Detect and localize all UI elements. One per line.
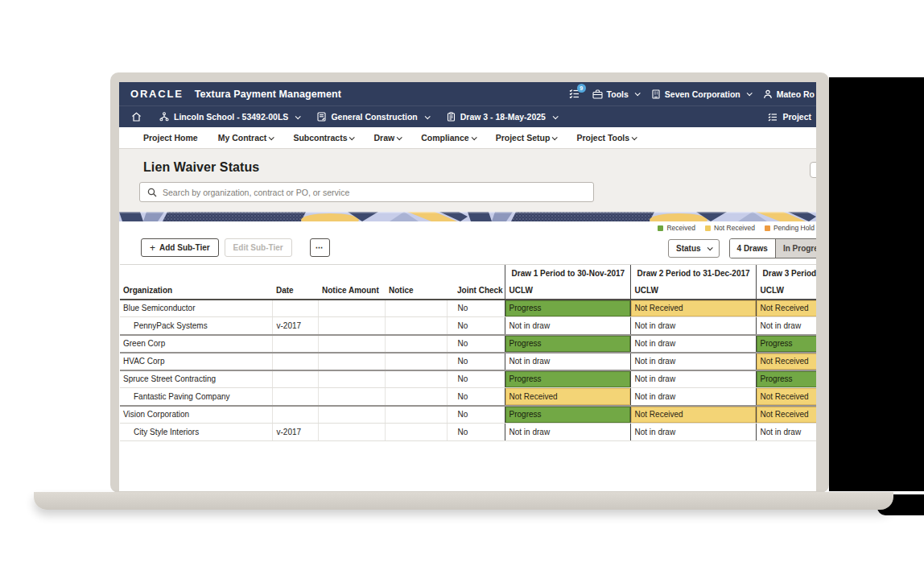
legend-label: Not Received [714, 224, 755, 232]
notice-cell [385, 317, 447, 335]
notice-cell [385, 406, 447, 424]
in-progress-draws-segment[interactable]: In Progress Draw [775, 239, 816, 258]
notice-cell [385, 370, 447, 388]
in-progress-label: In Progress Draw [783, 244, 816, 253]
chevron-down-icon [746, 90, 752, 96]
draw2-status-cell[interactable]: Not Received [630, 300, 756, 317]
uclw-column-header-1: UCLW [505, 283, 630, 300]
chevron-down-icon [552, 134, 558, 140]
notice-cell [385, 424, 447, 441]
user-label: Mateo Ro [777, 89, 815, 99]
date-cell [272, 300, 318, 317]
status-filter-button[interactable]: Status [668, 239, 720, 258]
draw1-status-cell[interactable]: Progress [505, 300, 630, 317]
search-input[interactable] [163, 188, 586, 197]
draw1-status-cell[interactable]: Progress [505, 335, 630, 353]
menu-label: Draw [373, 133, 394, 143]
draw-selector[interactable]: Draw 3 - 18-May-2025 [447, 112, 557, 122]
home-icon [131, 112, 142, 122]
briefcase-icon [592, 89, 603, 99]
add-sub-tier-button[interactable]: + Add Sub-Tier [141, 238, 219, 257]
project-panel-toggle[interactable]: Project [768, 112, 811, 122]
table-row: Vision CorporationNoProgressNot Received… [120, 406, 816, 424]
draw3-status-cell[interactable]: Not in draw [756, 424, 816, 441]
edit-sub-tier-label: Edit Sub-Tier [233, 243, 283, 252]
menu-draw[interactable]: Draw [373, 133, 401, 143]
notifications-button[interactable]: 9 [569, 89, 580, 99]
page-header-section: Lien Waiver Status [119, 149, 816, 212]
menu-subcontracts[interactable]: Subcontracts [293, 133, 353, 143]
tools-menu[interactable]: Tools [592, 89, 639, 99]
all-draws-segment[interactable]: 4 Draws [730, 239, 775, 258]
draw3-status-cell[interactable]: Not Received [756, 353, 816, 370]
notice-column-header: Notice [385, 283, 447, 300]
more-actions-button[interactable]: ⋯ [310, 238, 330, 257]
draw3-status-cell[interactable]: Not Received [756, 406, 816, 424]
draw2-status-cell[interactable]: Not in draw [630, 353, 756, 370]
draw3-status-cell[interactable]: Not Received [756, 388, 816, 406]
org-cell: Spruce Street Contracting [120, 370, 272, 388]
menu-label: Project Tools [576, 133, 629, 143]
contract-selector[interactable]: General Construction [317, 112, 428, 122]
menu-my-contract[interactable]: My Contract [218, 133, 274, 143]
draw1-status-cell[interactable]: Not in draw [505, 424, 630, 441]
table-row: City Style Interiorsv-2017NoNot in drawN… [120, 424, 816, 441]
chevron-down-icon [707, 245, 712, 250]
draw2-status-cell[interactable]: Not in draw [630, 370, 756, 388]
draw3-status-cell[interactable]: Progress [756, 335, 816, 353]
legend-label: Received [666, 224, 695, 232]
draw2-status-cell[interactable]: Not in draw [630, 424, 756, 441]
context-bar: Lincoln School - 53492-00LS General Cons… [119, 105, 816, 127]
decorative-banner [119, 212, 816, 221]
page: { "app": { "brand": { "logo": "ORACLE", … [0, 0, 924, 583]
menu-project-setup[interactable]: Project Setup [496, 133, 557, 143]
status-filter-label: Status [676, 244, 701, 253]
ellipsis-icon: ⋯ [316, 243, 324, 252]
draw1-period-header: Draw 1 Period to 30-Nov-2017 [505, 265, 630, 283]
date-cell: v-2017 [272, 317, 318, 335]
draw1-status-cell[interactable]: Not in draw [505, 353, 630, 370]
notice-amount-cell [318, 388, 385, 406]
draw2-status-cell[interactable]: Not in draw [630, 388, 756, 406]
clipped-edge-button[interactable] [810, 162, 816, 178]
received-swatch [658, 225, 663, 231]
menu-project-home[interactable]: Project Home [143, 133, 198, 143]
draw2-status-cell[interactable]: Not in draw [630, 317, 756, 335]
draw3-status-cell[interactable]: Progress [756, 370, 816, 388]
company-menu[interactable]: Seven Corporation [651, 89, 751, 99]
draw3-status-cell[interactable]: Not Received [756, 300, 816, 317]
draws-count-label: 4 Draws [737, 244, 768, 253]
table-row: Blue SemiconductorNoProgressNot Received… [120, 300, 816, 317]
not-received-swatch [705, 225, 711, 231]
project-selector-label: Lincoln School - 53492-00LS [174, 112, 288, 122]
draw1-status-cell[interactable]: Progress [505, 406, 630, 424]
project-selector[interactable]: Lincoln School - 53492-00LS [159, 112, 299, 122]
status-legend: Received Not Received Pending Hold [658, 224, 815, 232]
org-cell: Blue Semiconductor [120, 300, 272, 317]
draw1-status-cell[interactable]: Progress [505, 370, 630, 388]
notice-amount-cell [318, 335, 385, 353]
draw2-status-cell[interactable]: Not Received [630, 406, 756, 424]
company-label: Seven Corporation [665, 89, 740, 99]
notice-amount-cell [318, 300, 385, 317]
table-row: Spruce Street ContractingNoProgressNot i… [120, 370, 816, 388]
draw1-status-cell[interactable]: Not in draw [505, 317, 630, 335]
home-button[interactable] [131, 112, 142, 122]
edit-sub-tier-button[interactable]: Edit Sub-Tier [225, 238, 292, 257]
draw2-status-cell[interactable]: Not in draw [630, 335, 756, 353]
table-toolbar: + Add Sub-Tier Edit Sub-Tier ⋯ Status [119, 238, 816, 258]
search-icon [147, 188, 157, 197]
hierarchy-icon [159, 112, 169, 122]
joint-check-cell: No [447, 370, 505, 388]
app-window: ORACLE Textura Payment Management 9 [119, 82, 816, 491]
menu-compliance[interactable]: Compliance [421, 133, 476, 143]
notice-cell [385, 353, 447, 370]
menu-project-tools[interactable]: Project Tools [576, 133, 636, 143]
draw3-status-cell[interactable]: Not in draw [756, 317, 816, 335]
draw1-status-cell[interactable]: Not Received [505, 388, 630, 406]
joint-check-cell: No [447, 424, 505, 441]
user-menu[interactable]: Mateo Ro [763, 89, 815, 99]
joint-check-cell: No [447, 353, 505, 370]
legend-label: Pending Hold [773, 224, 815, 232]
joint-check-cell: No [447, 406, 505, 424]
